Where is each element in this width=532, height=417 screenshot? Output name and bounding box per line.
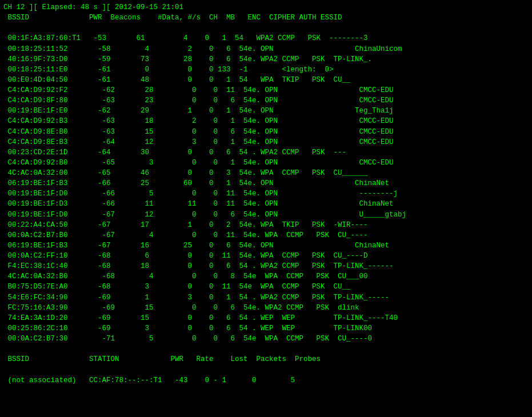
station-rows-container: (not associated) CC:AF:78:--:--:T1 -43 0… (3, 375, 529, 386)
table-row: 00:0A:C2:B7:30 -71 5 0 0 6 54e WPA CCMP … (3, 334, 529, 344)
table-row: 00:22:A4:CA:50 -67 17 1 0 2 54e. WPA TKI… (3, 220, 529, 230)
terminal-window: CH 12 ][ Elapsed: 48 s ][ 2012-09-15 21:… (0, 0, 532, 417)
blank-line-2 (3, 344, 529, 354)
table-row: B0:75:D5:7E:A0 -68 3 0 0 11 54e WPA CCMP… (3, 282, 529, 292)
table-row: C4:CA:D9:92:B3 -63 18 2 0 1 54e. OPN CMC… (3, 116, 529, 126)
table-row: 00:19:BE:1F:D0 -67 12 0 0 6 54e. OPN U__… (3, 210, 529, 220)
table-row: 00:23:CD:2E:1D -64 30 0 0 6 54 . WPA2 CC… (3, 147, 529, 158)
table-row: 00:1F:A3:87:60:T1 -53 61 4 0 1 54 WPA2 C… (3, 33, 529, 43)
table-row: C4:CA:D9:92:B0 -65 3 0 0 1 54e. OPN CMCC… (3, 158, 529, 168)
table-row: F4:EC:38:1C:40 -68 18 0 0 6 54 . WPA2 CC… (3, 261, 529, 271)
table-row: 54:E6:FC:34:90 -69 1 3 0 1 54 . WPA2 CCM… (3, 292, 529, 303)
table-row: C4:CA:D9:92:F2 -62 28 0 0 11 54e. OPN CM… (3, 85, 529, 95)
table-row: 4C:AC:0A:32:00 -65 46 0 0 3 54e. WPA CCM… (3, 168, 529, 178)
table-row: FC:75:16:A3:90 -69 15 0 0 6 54e. WPA2 CC… (3, 303, 529, 313)
table-row: 00:25:86:2C:10 -69 3 0 0 6 54 . WEP WEP … (3, 323, 529, 334)
table-row: 00:E0:4D:04:50 -61 48 0 0 1 54 WPA TKIP … (3, 75, 529, 85)
station-row: (not associated) CC:AF:78:--:--:T1 -43 0… (3, 375, 529, 386)
table-row: 00:19:BE:1F:D0 -66 5 0 0 11 54e. OPN ---… (3, 189, 529, 199)
table-row: C4:CA:D9:8F:80 -63 23 0 0 6 54e. OPN CMC… (3, 95, 529, 106)
station-header-line: BSSID STATION PWR Rate Lost Packets Prob… (3, 354, 529, 364)
column-header-line: BSSID PWR Beacons #Data, #/s CH MB ENC C… (3, 13, 529, 23)
table-row: 00:0A:C2:B7:B0 -67 4 0 0 11 54e. WPA CCM… (3, 230, 529, 240)
table-row: 00:18:25:11:52 -58 4 2 0 6 54e. OPN Chin… (3, 44, 529, 54)
title-line: CH 12 ][ Elapsed: 48 s ][ 2012-09-15 21:… (3, 2, 529, 13)
table-row: 00:0A:C2:FF:10 -68 6 0 0 11 54e. WPA CCM… (3, 251, 529, 261)
table-row: 40:16:9F:73:D0 -59 73 28 0 6 54e. WPA2 C… (3, 54, 529, 65)
blank-line-1 (3, 23, 529, 33)
table-row: 06:19:BE:1F:B3 -67 16 25 0 6 54e. OPN Ch… (3, 240, 529, 251)
table-row: C4:CA:D9:8E:B0 -63 15 0 0 6 54e. OPN CMC… (3, 127, 529, 137)
table-row: 4C:AC:0A:32:B0 -68 4 0 0 8 54e WPA CCMP … (3, 271, 529, 282)
table-row: 06:19:BE:1F:B3 -66 25 60 0 1 54e. OPN Ch… (3, 178, 529, 189)
data-rows-container: 00:1F:A3:87:60:T1 -53 61 4 0 1 54 WPA2 C… (3, 33, 529, 344)
table-row: 00:18:25:11:E0 -61 0 0 0 133 -1 <length:… (3, 65, 529, 75)
blank-line-3 (3, 364, 529, 375)
table-row: 74:EA:3A:1D:20 -69 15 0 0 6 54 . WEP WEP… (3, 313, 529, 323)
table-row: 00:19:BE:1F:D3 -66 11 11 0 11 54e. OPN C… (3, 199, 529, 209)
table-row: 00:19:BE:1F:E0 -62 29 1 0 1 54e. OPN Teg… (3, 106, 529, 116)
table-row: C4:CA:D9:8E:B3 -64 12 3 0 1 54e. OPN CMC… (3, 137, 529, 147)
